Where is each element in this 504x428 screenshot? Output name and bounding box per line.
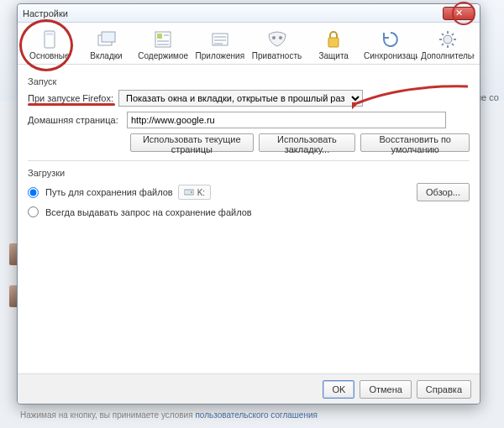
always-ask-label: Всегда выдавать запрос на сохранение фай… (45, 207, 252, 217)
svg-line-22 (452, 44, 454, 45)
svg-rect-15 (328, 38, 339, 47)
svg-rect-7 (157, 40, 169, 42)
mask-icon (250, 29, 304, 50)
use-bookmark-button[interactable]: Использовать закладку... (259, 133, 356, 152)
cancel-button[interactable]: Отмена (360, 380, 411, 399)
background-footer: Нажимая на кнопку, вы принимаете условия… (20, 410, 318, 420)
tab-advanced[interactable]: Дополнительные (419, 26, 476, 62)
titlebar: Настройки ✕ (18, 4, 480, 23)
downloads-group-label: Загрузки (28, 168, 470, 178)
download-folder-chip: K: (178, 185, 211, 200)
download-folder-value: K: (197, 188, 205, 197)
svg-point-13 (272, 36, 276, 39)
tab-label: Синхронизация (364, 51, 417, 60)
lock-icon (307, 29, 360, 50)
tab-label: Дополнительные (421, 51, 475, 60)
startup-action-select[interactable]: Показать окна и вкладки, открытые в прош… (118, 90, 363, 107)
svg-rect-11 (214, 39, 226, 41)
restore-default-button[interactable]: Восстановить по умолчанию (360, 133, 470, 152)
tab-label: Приложения (193, 51, 247, 60)
divider (28, 160, 470, 161)
tab-tabs[interactable]: Вкладки (78, 26, 135, 62)
tab-label: Вкладки (80, 51, 134, 60)
general-icon (23, 29, 76, 50)
tab-label: Основные (23, 51, 76, 60)
ok-button[interactable]: OK (323, 380, 354, 399)
svg-rect-1 (46, 33, 53, 35)
startup-label: При запуске Firefox: (28, 93, 113, 103)
svg-point-14 (279, 36, 282, 39)
sync-icon (364, 29, 417, 50)
tab-apps[interactable]: Приложения (192, 26, 249, 62)
svg-rect-3 (102, 32, 115, 42)
browse-button[interactable]: Обзор... (417, 183, 470, 201)
tab-privacy[interactable]: Приватность (249, 26, 306, 62)
save-path-label: Путь для сохранения файлов (45, 187, 173, 197)
svg-rect-5 (157, 34, 162, 39)
dialog-title: Настройки (23, 8, 68, 18)
dialog-footer: OK Отмена Справка (18, 373, 480, 404)
svg-rect-6 (164, 34, 169, 36)
tab-label: Содержимое (136, 51, 190, 60)
settings-dialog: Настройки ✕ Основные Вкладки Содержимое (17, 3, 480, 405)
svg-line-24 (452, 34, 454, 35)
svg-point-26 (191, 191, 192, 193)
close-button[interactable]: ✕ (443, 7, 475, 20)
homepage-label: Домашняя страница: (28, 115, 122, 125)
always-ask-radio[interactable] (28, 206, 39, 217)
save-path-radio[interactable] (28, 187, 39, 198)
tab-general[interactable]: Основные (21, 26, 78, 62)
gear-icon (421, 29, 475, 50)
dialog-content: Запуск При запуске Firefox: Показать окн… (18, 65, 480, 229)
svg-line-21 (442, 34, 444, 35)
svg-line-23 (442, 44, 444, 45)
tab-sync[interactable]: Синхронизация (362, 26, 419, 62)
help-button[interactable]: Справка (417, 380, 471, 399)
tab-label: Приватность (250, 51, 304, 60)
use-current-pages-button[interactable]: Использовать текущие страницы (130, 133, 254, 152)
svg-rect-8 (157, 44, 169, 45)
close-icon: ✕ (455, 8, 463, 18)
tab-content[interactable]: Содержимое (134, 26, 192, 62)
svg-rect-10 (214, 36, 226, 38)
startup-group-label: Запуск (28, 76, 470, 86)
homepage-input[interactable] (127, 112, 446, 128)
annotation-underline (28, 103, 115, 106)
tabs-icon (80, 29, 134, 50)
tab-label: Защита (307, 51, 360, 60)
svg-rect-12 (214, 43, 223, 44)
content-icon (136, 29, 190, 50)
terms-link[interactable]: пользовательского соглашения (195, 410, 318, 420)
category-toolbar: Основные Вкладки Содержимое Приложения П… (18, 23, 480, 65)
svg-point-16 (444, 35, 452, 44)
drive-icon (184, 188, 194, 196)
tab-security[interactable]: Защита (305, 26, 362, 62)
apps-icon (193, 29, 247, 50)
svg-rect-25 (184, 190, 194, 195)
